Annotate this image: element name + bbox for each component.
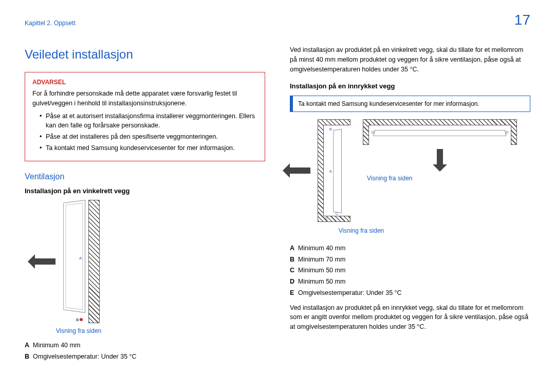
diagram-perpendicular-wall: A B — [25, 200, 265, 323]
page-header: Kapittel 2. Oppsett 17 — [25, 18, 530, 31]
outro-paragraph: Ved installasjon av produktet på en innr… — [290, 303, 530, 332]
arrow-left-icon — [290, 167, 310, 174]
warning-bullet: Påse at det installeres på den spesifise… — [40, 132, 257, 142]
diagram-label-c: C — [336, 211, 338, 217]
legend: AMinimum 40 mm BOmgivelsestemperatur: Un… — [25, 341, 265, 362]
legend-row: AMinimum 40 mm — [290, 244, 530, 253]
arrow-left-icon — [35, 258, 55, 265]
diagram-caption: Visning fra siden — [367, 174, 517, 183]
subsection-heading: Installasjon på en vinkelrett vegg — [25, 186, 265, 196]
subsection-heading: Installasjon på en innrykket vegg — [290, 81, 530, 91]
legend-row: BOmgivelsestemperatur: Under 35 °C — [25, 352, 265, 362]
legend-row: EOmgivelsestemperatur: Under 35 °C — [290, 288, 530, 298]
diagram-caption: Visning fra siden — [35, 326, 122, 335]
warning-bullet: Ta kontakt med Samsung kundeservicesente… — [40, 143, 257, 153]
diagram-caption: Visning fra siden — [318, 226, 405, 235]
info-bar: Ta kontakt med Samsung kundeservicesente… — [290, 96, 530, 112]
warning-text: For å forhindre personskade må dette app… — [32, 89, 257, 108]
diagram-label-b: B — [329, 127, 332, 133]
diagram-label-e: E — [325, 216, 328, 222]
diagram-label-d: D — [372, 130, 374, 136]
warning-bullet: Påse at et autorisert installasjonsfirma… — [40, 111, 257, 131]
legend-row: DMinimum 50 mm — [290, 277, 530, 287]
diagram-label-d: D — [506, 130, 508, 136]
warning-box: Advarsel For å forhindre personskade må … — [25, 72, 265, 161]
legend-row: AMinimum 40 mm — [25, 341, 265, 350]
legend: AMinimum 40 mm BMinimum 70 mm CMinimum 5… — [290, 244, 530, 298]
page-title: Veiledet installasjon — [25, 45, 265, 64]
chapter-label: Kapittel 2. Oppsett — [25, 18, 76, 28]
page-number: 17 — [514, 9, 530, 31]
diagram-top-view: D D — [363, 119, 517, 145]
warning-label: Advarsel — [32, 78, 257, 87]
intro-paragraph: Ved installasjon av produktet på en vink… — [290, 45, 530, 74]
diagram-indented-wall: B A C E D D Visni — [290, 119, 530, 222]
legend-row: CMinimum 50 mm — [290, 266, 530, 275]
legend-row: BMinimum 70 mm — [290, 255, 530, 265]
arrow-down-icon — [437, 149, 443, 164]
section-heading: Ventilasjon — [25, 171, 265, 183]
diagram-label-a: A — [79, 255, 82, 262]
diagram-label-b: B — [76, 317, 83, 323]
diagram-label-a: A — [329, 169, 332, 175]
